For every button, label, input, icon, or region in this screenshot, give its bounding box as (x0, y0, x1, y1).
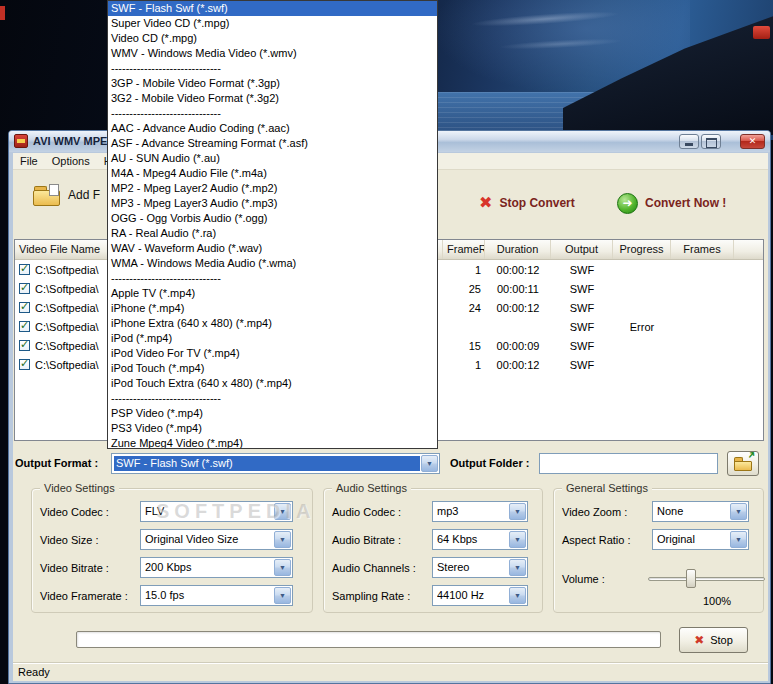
format-option[interactable]: Super Video CD (*.mpg) (108, 16, 437, 31)
column-header-progress[interactable]: Progress (613, 240, 671, 259)
setting-combobox[interactable]: None ▼ (652, 501, 749, 522)
format-option[interactable]: SWF - Flash Swf (*.swf) (108, 1, 437, 16)
setting-combobox[interactable]: 44100 Hz ▼ (432, 585, 528, 606)
file-path: C:\Softpedia\ (35, 359, 99, 371)
slider-track[interactable] (648, 577, 765, 581)
format-option[interactable]: iPod (*.mp4) (108, 331, 437, 346)
column-header-output[interactable]: Output (551, 240, 613, 259)
window-controls: ✕ (679, 134, 765, 149)
add-files-icon (33, 183, 61, 207)
row-checkbox[interactable]: ✓ (19, 321, 30, 332)
file-path: C:\Softpedia\ (35, 321, 99, 333)
dropdown-arrow-button[interactable]: ▼ (509, 503, 526, 520)
maximize-button[interactable] (701, 134, 721, 149)
format-option[interactable]: RA - Real Audio (*.ra) (108, 226, 437, 241)
setting-combobox[interactable]: Original Video Size ▼ (140, 529, 293, 550)
output-folder-input[interactable] (539, 453, 718, 474)
setting-combobox[interactable]: Original ▼ (652, 529, 749, 550)
format-option[interactable]: WMA - Windows Media Audio (*.wma) (108, 256, 437, 271)
output-format-droplist: SWF - Flash Swf (*.swf)Super Video CD (*… (107, 0, 438, 449)
dropdown-arrow-button[interactable]: ▼ (421, 455, 438, 472)
output-format-value: SWF - Flash Swf (*.swf) (114, 456, 420, 471)
desktop-icon[interactable] (0, 6, 5, 20)
volume-slider[interactable] (648, 567, 765, 591)
format-option[interactable]: ------------------------------ (108, 106, 437, 121)
convert-now-button[interactable]: ➜ Convert Now ! (617, 187, 726, 219)
dropdown-arrow-button[interactable]: ▼ (509, 559, 526, 576)
setting-combobox[interactable]: mp3 ▼ (432, 501, 528, 522)
open-folder-icon: ➜ (734, 457, 753, 471)
dropdown-arrow-button[interactable]: ▼ (730, 531, 747, 548)
row-checkbox[interactable]: ✓ (19, 340, 30, 351)
stop-convert-button[interactable]: ✖ Stop Convert (479, 187, 575, 219)
format-option[interactable]: ------------------------------ (108, 61, 437, 76)
setting-field: Audio Bitrate : 64 Kbps ▼ (332, 529, 542, 550)
setting-combobox[interactable]: 200 Kbps ▼ (140, 557, 293, 578)
setting-field: Aspect Ratio : Original ▼ (562, 529, 763, 550)
setting-combobox[interactable]: Stereo ▼ (432, 557, 528, 578)
stop-convert-icon: ✖ (479, 195, 492, 211)
format-option[interactable]: AAC - Advance Audio Coding (*.aac) (108, 121, 437, 136)
row-checkbox[interactable]: ✓ (19, 283, 30, 294)
combobox-value: 44100 Hz (437, 589, 508, 601)
desktop-icon[interactable] (753, 26, 770, 39)
menu-item[interactable]: Options (45, 153, 97, 169)
format-option[interactable]: OGG - Ogg Vorbis Audio (*.ogg) (108, 211, 437, 226)
column-header-duration[interactable]: Duration (485, 240, 551, 259)
add-file-button[interactable]: Add F (33, 179, 100, 211)
browse-folder-button[interactable]: ➜ (727, 451, 759, 476)
setting-field: Video Framerate : 15.0 fps ▼ (40, 585, 312, 606)
dropdown-arrow-button[interactable]: ▼ (509, 531, 526, 548)
format-option[interactable]: AU - SUN Audio (*.au) (108, 151, 437, 166)
dropdown-arrow-button[interactable]: ▼ (274, 503, 291, 520)
dropdown-arrow-button[interactable]: ▼ (730, 503, 747, 520)
format-option[interactable]: iPod Touch Extra (640 x 480) (*.mp4) (108, 376, 437, 391)
format-option[interactable]: ASF - Advance Streaming Format (*.asf) (108, 136, 437, 151)
stop-button[interactable]: ✖ Stop (679, 627, 748, 653)
setting-label: Video Zoom : (562, 506, 652, 518)
format-option[interactable]: iPod Video For TV (*.mp4) (108, 346, 437, 361)
row-checkbox[interactable]: ✓ (19, 302, 30, 313)
framerate-cell: 15 (443, 340, 485, 352)
audio-settings-group: Audio Settings Audio Codec : mp3 ▼ Audio… (323, 488, 543, 613)
output-format-combobox[interactable]: SWF - Flash Swf (*.swf) ▼ (111, 453, 440, 474)
format-option[interactable]: Video CD (*.mpg) (108, 31, 437, 46)
format-option[interactable]: WAV - Waveform Audio (*.wav) (108, 241, 437, 256)
format-option[interactable]: iPhone Extra (640 x 480) (*.mp4) (108, 316, 437, 331)
format-option[interactable]: Apple TV (*.mp4) (108, 286, 437, 301)
setting-combobox[interactable]: 15.0 fps ▼ (140, 585, 293, 606)
format-option[interactable]: PSP Video (*.mp4) (108, 406, 437, 421)
format-option[interactable]: MP2 - Mpeg Layer2 Audio (*.mp2) (108, 181, 437, 196)
format-option[interactable]: 3G2 - Mobile Video Format (*.3g2) (108, 91, 437, 106)
slider-thumb[interactable] (686, 569, 696, 588)
combobox-value: Stereo (437, 561, 508, 573)
format-option[interactable]: WMV - Windows Media Video (*.wmv) (108, 46, 437, 61)
general-settings-group: General Settings Video Zoom : None ▼ Asp… (553, 488, 764, 613)
column-header-framerate[interactable]: FrameRate (443, 240, 485, 259)
row-checkbox[interactable]: ✓ (19, 264, 30, 275)
column-header-frames[interactable]: Frames (671, 240, 734, 259)
dropdown-arrow-button[interactable]: ▼ (509, 587, 526, 604)
row-checkbox[interactable]: ✓ (19, 359, 30, 370)
format-option[interactable]: 3GP - Mobile Video Format (*.3gp) (108, 76, 437, 91)
setting-combobox[interactable]: FLV ▼ (140, 501, 293, 522)
setting-combobox[interactable]: 64 Kbps ▼ (432, 529, 528, 550)
check-icon: ✓ (20, 283, 29, 295)
dropdown-arrow-button[interactable]: ▼ (274, 559, 291, 576)
format-option[interactable]: iPhone (*.mp4) (108, 301, 437, 316)
format-option[interactable]: ------------------------------ (108, 391, 437, 406)
format-option[interactable]: iPod Touch (*.mp4) (108, 361, 437, 376)
dropdown-arrow-button[interactable]: ▼ (274, 531, 291, 548)
format-option[interactable]: ------------------------------ (108, 271, 437, 286)
format-option[interactable]: PS3 Video (*.mp4) (108, 421, 437, 436)
menu-item[interactable]: File (13, 153, 45, 169)
close-button[interactable]: ✕ (740, 134, 765, 149)
stop-button-label: Stop (710, 634, 733, 646)
minimize-button[interactable] (679, 134, 699, 149)
dropdown-arrow-button[interactable]: ▼ (274, 587, 291, 604)
duration-cell: 00:00:12 (485, 359, 551, 371)
setting-field: Sampling Rate : 44100 Hz ▼ (332, 585, 542, 606)
format-option[interactable]: M4A - Mpeg4 Audio File (*.m4a) (108, 166, 437, 181)
format-option[interactable]: MP3 - Mpeg Layer3 Audio (*.mp3) (108, 196, 437, 211)
format-option[interactable]: Zune Mpeg4 Video (*.mp4) (108, 436, 437, 449)
